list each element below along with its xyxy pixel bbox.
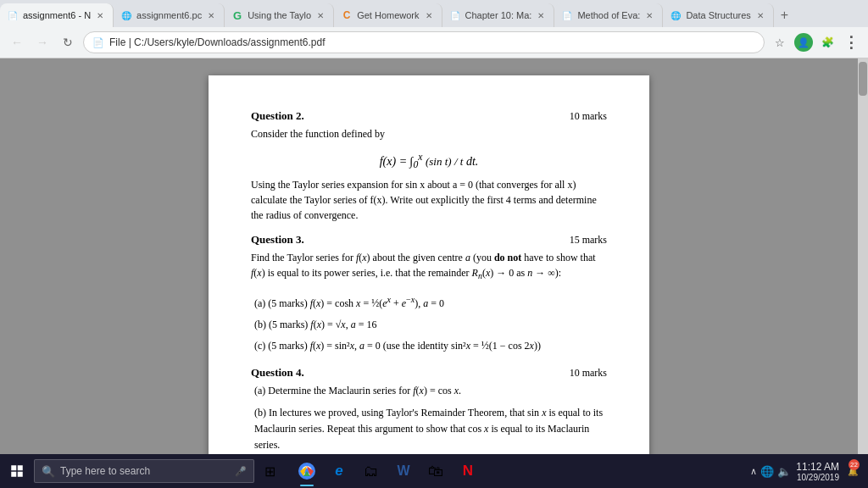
forward-button[interactable]: →	[32, 32, 53, 53]
tab-datastructures[interactable]: 🌐 Data Structures ✕	[663, 3, 773, 27]
q4-title: Question 4.	[251, 366, 304, 380]
clock-time: 11:12 AM	[796, 461, 839, 473]
q3-part-c: (c) (5 marks) f(x) = sin²x, a = 0 (use t…	[251, 338, 607, 354]
tab-favicon-7: 🌐	[670, 9, 682, 21]
q3-part-a: (a) (5 marks) f(x) = cosh x = ½(ex + e−x…	[251, 293, 607, 312]
tab-label-7: Data Structures	[686, 10, 750, 20]
tab-favicon-3: G	[231, 9, 243, 21]
taskbar-file-explorer[interactable]: 🗂	[356, 454, 387, 488]
q2-title: Question 2.	[251, 109, 304, 123]
netflix-icon: N	[459, 462, 477, 480]
q3-marks: 15 marks	[570, 234, 607, 247]
scrollbar-thumb[interactable]	[859, 62, 867, 96]
tab-assignment6[interactable]: 📄 assignment6 - N ✕	[0, 3, 114, 27]
tab-label-1: assignment6 - N	[23, 10, 91, 20]
windows-icon	[9, 463, 25, 479]
address-text: File | C:/Users/kyle/Downloads/assignmen…	[109, 36, 755, 48]
notification-badge: 22	[849, 459, 860, 470]
q4-part-a: (a) Determine the Maclaurin series for f…	[251, 383, 607, 399]
tab-bar: 📄 assignment6 - N ✕ 🌐 assignment6.pc ✕ G…	[0, 0, 868, 27]
active-indicator	[300, 485, 314, 486]
start-button[interactable]	[0, 454, 34, 488]
tab-label-2: assignment6.pc	[136, 10, 202, 20]
taskbar-clock[interactable]: 11:12 AM 10/29/2019	[796, 461, 839, 482]
nav-bar: ← → ↻ 📄 File | C:/Users/kyle/Downloads/a…	[0, 27, 868, 58]
clock-date: 10/29/2019	[796, 473, 839, 482]
taskbar-search[interactable]: 🔍 Type here to search 🎤	[34, 459, 254, 483]
tab-label-3: Using the Taylo	[248, 10, 311, 20]
pdf-viewer[interactable]: Question 2. 10 marks Consider the functi…	[0, 58, 858, 455]
q2-body: Using the Taylor series expansion for si…	[251, 177, 607, 223]
profile-area[interactable]: 👤	[793, 32, 814, 53]
q3-title: Question 3.	[251, 233, 304, 247]
tab-chapter10[interactable]: 📄 Chapter 10: Ma: ✕	[442, 3, 555, 27]
store-icon: 🛍	[426, 462, 445, 480]
task-view-button[interactable]: ⊞	[254, 454, 285, 488]
tab-favicon-6: 📄	[561, 9, 573, 21]
profile-icon[interactable]: 👤	[794, 33, 813, 52]
question2-header: Question 2. 10 marks	[251, 109, 607, 123]
question3-header: Question 3. 15 marks	[251, 233, 607, 247]
chrome-icon	[298, 462, 316, 480]
question4-header: Question 4. 10 marks	[251, 366, 607, 380]
taskbar-chrome[interactable]	[292, 454, 322, 488]
tab-homework[interactable]: C Get Homework ✕	[334, 3, 442, 27]
chevron-up-icon[interactable]: ∧	[750, 466, 757, 477]
more-options-button[interactable]: ⋮	[841, 32, 861, 53]
tab-close-5[interactable]: ✕	[535, 9, 547, 21]
word-icon: W	[394, 462, 413, 480]
tab-close-3[interactable]: ✕	[314, 9, 326, 21]
taskbar-store[interactable]: 🛍	[420, 454, 451, 488]
sys-icons: ∧ 🌐 🔈	[750, 465, 791, 478]
file-explorer-icon: 🗂	[362, 462, 381, 480]
new-tab-icon: +	[781, 8, 788, 23]
q4-marks: 10 marks	[570, 367, 607, 380]
tab-label-5: Chapter 10: Ma:	[465, 10, 532, 20]
tab-favicon-5: 📄	[449, 9, 461, 21]
edge-icon: e	[330, 462, 348, 480]
tab-close-6[interactable]: ✕	[643, 9, 655, 21]
tab-assignment6-pc[interactable]: 🌐 assignment6.pc ✕	[114, 3, 225, 27]
tab-favicon-2: 🌐	[120, 9, 132, 21]
taskbar-apps: e 🗂 W 🛍 N	[292, 454, 483, 488]
taskbar: 🔍 Type here to search 🎤 ⊞ e	[0, 454, 868, 488]
back-button[interactable]: ←	[7, 32, 27, 53]
q2-marks: 10 marks	[570, 110, 607, 123]
tab-close-4[interactable]: ✕	[423, 9, 435, 21]
bookmark-button[interactable]: ☆	[770, 32, 790, 53]
q4-part-b: (b) In lectures we proved, using Taylor'…	[251, 405, 607, 454]
tab-favicon-1: 📄	[7, 9, 19, 21]
tab-close-2[interactable]: ✕	[205, 9, 217, 21]
network-icon[interactable]: 🌐	[760, 465, 774, 478]
volume-icon[interactable]: 🔈	[777, 465, 791, 478]
browser-chrome: 📄 assignment6 - N ✕ 🌐 assignment6.pc ✕ G…	[0, 0, 868, 58]
tab-method[interactable]: 📄 Method of Eva: ✕	[554, 3, 663, 27]
notification-button[interactable]: 🔔 22	[844, 454, 861, 488]
tab-close-7[interactable]: ✕	[754, 9, 766, 21]
taskbar-right: ∧ 🌐 🔈 11:12 AM 10/29/2019 🔔 22	[750, 454, 868, 488]
address-bar[interactable]: 📄 File | C:/Users/kyle/Downloads/assignm…	[83, 31, 765, 53]
q2-formula: f(x) = ∫0x (sin t) / t dt.	[251, 152, 607, 170]
tab-taylor[interactable]: G Using the Taylo ✕	[225, 3, 334, 27]
tab-label-6: Method of Eva:	[577, 10, 640, 20]
nav-right: ☆ 👤 🧩 ⋮	[770, 32, 861, 53]
new-tab-button[interactable]: +	[774, 3, 799, 27]
search-placeholder-text: Type here to search	[60, 465, 150, 477]
file-icon: 📄	[92, 37, 104, 48]
scrollbar[interactable]	[858, 58, 868, 455]
refresh-button[interactable]: ↻	[58, 32, 78, 53]
pdf-page: Question 2. 10 marks Consider the functi…	[209, 75, 649, 455]
taskbar-edge[interactable]: e	[324, 454, 354, 488]
mic-icon[interactable]: 🎤	[235, 466, 247, 477]
task-view-icon: ⊞	[260, 462, 279, 480]
tab-favicon-4: C	[341, 9, 353, 21]
taskbar-word[interactable]: W	[388, 454, 419, 488]
tab-close-1[interactable]: ✕	[94, 9, 106, 21]
taskbar-netflix[interactable]: N	[453, 454, 483, 488]
extensions-button[interactable]: 🧩	[817, 32, 837, 53]
q2-intro: Consider the function defined by	[251, 126, 607, 141]
q3-part-b: (b) (5 marks) f(x) = √x, a = 16	[251, 317, 607, 333]
tab-label-4: Get Homework	[357, 10, 419, 20]
main-area: Question 2. 10 marks Consider the functi…	[0, 58, 868, 455]
search-icon: 🔍	[42, 465, 55, 478]
